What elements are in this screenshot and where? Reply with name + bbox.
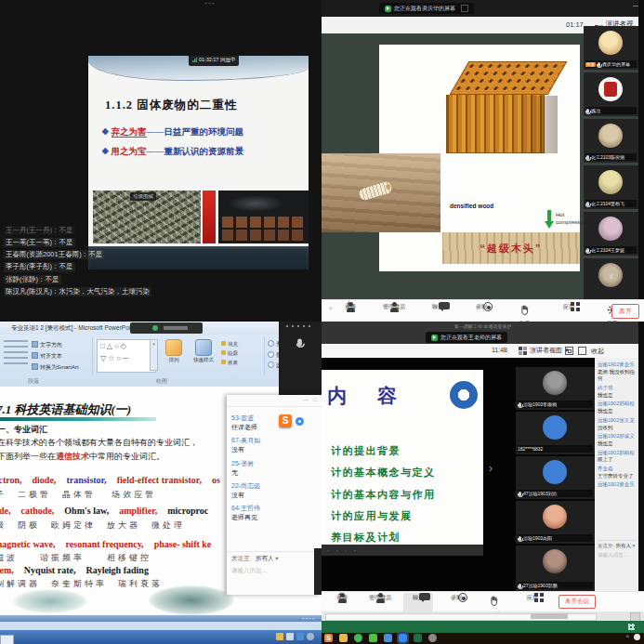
shape-fill-button[interactable]: 填充	[221, 340, 238, 349]
more-dots-icon[interactable]: ⋯	[204, 0, 216, 9]
meeting-timer: 11:48	[492, 347, 507, 353]
replay-time-badge: 01:32:17 回放中	[189, 56, 239, 66]
participant-name: 27运输1903郭鹏	[523, 583, 558, 588]
super-wood-banner: “超级木头”	[442, 232, 580, 264]
floating-meeting-thumb[interactable]	[130, 322, 203, 334]
tray-icon[interactable]	[286, 633, 294, 640]
panel-window-icons[interactable]: — □	[303, 397, 319, 402]
mic-icon[interactable]	[297, 339, 302, 347]
chevron-down-icon: ▾	[275, 555, 278, 561]
send-target[interactable]: 所有人	[256, 555, 274, 561]
chat-sender: 运输1902黄金乐	[598, 361, 637, 369]
tray-expand-caret[interactable]: ^	[626, 634, 629, 640]
fullscreen-icon[interactable]	[565, 347, 573, 355]
participant-tile[interactable]: 化工2104王梦妮	[584, 212, 638, 256]
gallery-scroll[interactable]: ▾	[150, 339, 158, 371]
title-underline-bar	[0, 417, 156, 421]
participant-tile[interactable]: 化工2103陈俊炯	[584, 119, 638, 163]
view-zoom-icons[interactable]: ▪▪▪▪	[303, 616, 316, 621]
wechat-icon[interactable]	[369, 634, 377, 642]
alignment-icons[interactable]	[4, 340, 28, 368]
tencent-meeting-icon[interactable]	[399, 634, 407, 642]
shapes-gallery[interactable]: □△○◇ ▽☆○─	[97, 339, 156, 373]
volume-icon[interactable]	[296, 633, 304, 640]
taskbar-corner[interactable]	[0, 635, 14, 644]
contents-item: 计的基本概念与定义	[331, 462, 436, 483]
leave-meeting-button[interactable]: 离开会议	[559, 595, 596, 609]
chat-sender: 武子琪	[598, 385, 637, 392]
window-title-bar[interactable]: 专业英语1 2 [兼容模式] - Microsoft PowerPoint	[0, 322, 322, 335]
notification-icon[interactable]	[634, 634, 640, 640]
participant-tile[interactable]: 运输1903李雨桐	[516, 367, 595, 410]
participant-tile[interactable]: 共享龚庆华的屏幕	[584, 26, 638, 70]
record-button[interactable]: 录制	[466, 302, 497, 322]
mic-expand-caret[interactable]: ^	[329, 306, 332, 312]
chat-button[interactable]: 聊天	[422, 302, 453, 322]
participant-tile[interactable]: 运输1903高阳	[516, 501, 595, 544]
quadrant-powerpoint: 专业英语1 2 [兼容模式] - Microsoft PowerPoint 文字…	[0, 322, 322, 644]
send-to-row[interactable]: 发送至 所有人 ▾	[231, 555, 317, 563]
horizontal-scrollbar[interactable]	[322, 611, 644, 621]
body-line2: 下面列举一些在通信技术中常用的专业词汇。	[0, 451, 164, 463]
speaker-view-button[interactable]: 演讲者视图 ▾	[519, 346, 569, 355]
send-target[interactable]: 所有人	[616, 543, 632, 548]
shared-screen-area: 内 容 计的提出背景 计的基本概念与定义 计的基本内容与作用 计的应用与发展 养…	[322, 358, 644, 591]
scrollbar-thumb[interactable]	[531, 613, 568, 619]
input-method-icon[interactable]	[296, 417, 304, 426]
explorer-icon[interactable]	[339, 634, 348, 642]
folder-icon[interactable]	[276, 633, 283, 640]
sogou-input-icon[interactable]: S	[279, 414, 292, 427]
raise-hand-button[interactable]: 举手	[509, 302, 541, 322]
bullet-rest: 重新认识的资源前景	[164, 147, 244, 156]
densified-wood-image	[446, 61, 558, 153]
manage-members-button[interactable]: 管理成员	[378, 302, 410, 322]
layout-icon	[519, 347, 527, 355]
chat-text: 我也是	[598, 408, 637, 415]
sidebar-edge	[638, 0, 644, 322]
avatar	[598, 217, 623, 241]
shape-outline-button[interactable]: 轮廓	[221, 349, 238, 359]
chat-message: 李子彤(李子彤)：不是	[4, 262, 75, 271]
chat-sender: 齐金磊	[598, 466, 637, 473]
collapse-chevron-icon[interactable]: ∨	[584, 271, 638, 281]
layout-toggle-icon[interactable]	[578, 347, 586, 355]
convert-smartart-button[interactable]: 转换为SmartArt	[32, 361, 79, 373]
apps-button[interactable]: 应用	[553, 302, 585, 322]
send-to-row[interactable]: 发送至: 所有人 ▾	[598, 543, 637, 549]
participant-tile[interactable]: 27运输1903郭鹏	[516, 545, 595, 591]
participant-tile[interactable]: 化工2104雷劲飞	[584, 165, 638, 209]
down-arrow-icon	[545, 210, 554, 230]
text-direction-button[interactable]: 文字方向	[32, 339, 79, 350]
leave-meeting-button[interactable]: 离开	[611, 304, 639, 319]
arrange-button[interactable]: 排列	[160, 339, 188, 363]
chat-text: 没有	[231, 491, 318, 500]
participant-tile[interactable]: 182****6832	[516, 412, 595, 454]
link-icon[interactable]	[384, 634, 392, 642]
next-arrow-icon[interactable]: ›	[489, 462, 493, 475]
vocab-cn-row: 制解调器 奈奎斯特率 瑞利衰落	[0, 578, 163, 590]
participant-tile[interactable]: ∨	[584, 258, 638, 299]
quick-styles-button[interactable]: 快速样式	[190, 339, 217, 363]
collapse-button[interactable]: 收起	[591, 347, 604, 356]
participant-tile[interactable]: 魏冶	[584, 72, 638, 116]
windows-taskbar[interactable]: S ^	[322, 633, 644, 644]
app-icon[interactable]	[428, 634, 437, 642]
avatar	[598, 31, 623, 55]
system-tray[interactable]	[276, 633, 314, 640]
align-text-button[interactable]: 对齐文本	[32, 350, 79, 361]
app-icon[interactable]	[354, 634, 362, 642]
avatar	[543, 460, 567, 484]
clock-icon[interactable]	[307, 633, 314, 640]
chat-input[interactable]: 请输入消息...	[598, 552, 637, 559]
sogou-input-icon[interactable]: S	[324, 634, 333, 642]
shape-effects-button[interactable]: 效果	[221, 359, 238, 368]
chat-input[interactable]: 请输入消息...	[231, 567, 317, 575]
slide-title: 7.1 科技英语基础知识(一)	[0, 401, 131, 418]
popup-icon[interactable]	[461, 5, 468, 12]
excel-icon[interactable]	[414, 634, 422, 642]
invite-button[interactable]: +邀请	[335, 302, 366, 322]
presenter-mini-toolbar[interactable]: · · · ·	[322, 545, 483, 556]
windows-taskbar[interactable]	[0, 630, 322, 644]
participant-tile[interactable]: 47运输1903刘欣	[516, 456, 595, 499]
system-tray[interactable]: ^	[626, 634, 640, 640]
